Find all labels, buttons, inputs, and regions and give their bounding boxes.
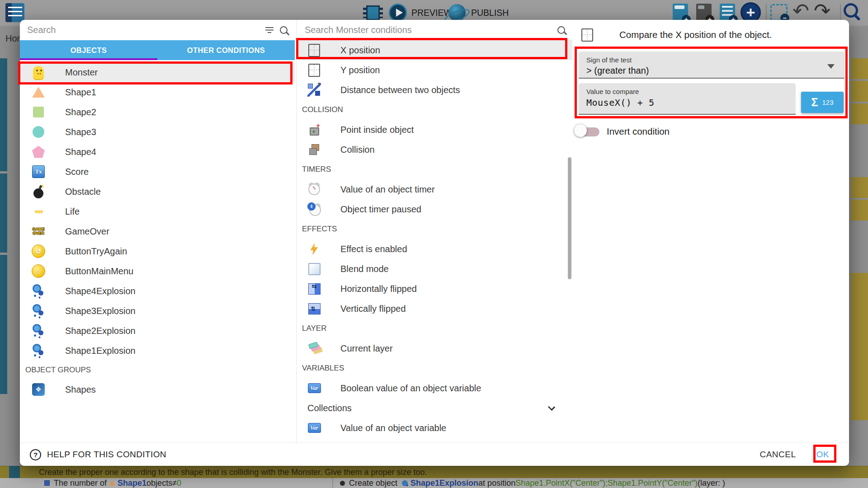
object-list-item[interactable]: Shape1 (20, 82, 295, 102)
help-button[interactable]: HELP FOR THIS CONDITION (30, 449, 166, 460)
object-icon (31, 144, 46, 160)
action-text: Create object (349, 479, 397, 488)
condition-list-item[interactable]: Y position (297, 60, 572, 80)
condition-list-item[interactable]: Value of an object timer (297, 179, 572, 199)
condition-icon (307, 63, 321, 77)
preview-play-icon[interactable] (389, 4, 407, 22)
condition-label: Distance between two objects (340, 85, 460, 95)
condition-list-item[interactable]: LAYER (297, 319, 572, 338)
search-events-icon[interactable] (844, 3, 858, 18)
condition-list-item[interactable]: TIMERS (297, 160, 572, 179)
condition-list-item[interactable]: Current layer (297, 338, 572, 358)
tab-objects[interactable]: OBJECTS (20, 40, 157, 60)
object-label: Shape1Explosion (65, 346, 136, 356)
event-row-edge (851, 273, 868, 420)
object-list-item[interactable]: ButtonMainMenu (20, 261, 295, 281)
condition-list-item[interactable]: Point inside object (297, 120, 572, 140)
sign-of-test-dropdown[interactable]: Sign of the test > (greater than) (579, 52, 844, 79)
filter-icon[interactable] (265, 27, 274, 33)
action-text: (layer: ) (698, 479, 725, 488)
condition-list-item[interactable]: COLLISION (297, 100, 572, 120)
object-list-item[interactable]: Shape3Explosion (20, 301, 295, 321)
delete-selection-icon[interactable] (770, 4, 788, 21)
cancel-button[interactable]: CANCEL (760, 450, 796, 460)
project-manager-icon[interactable] (5, 3, 24, 22)
object-icon (31, 283, 46, 299)
search-icon[interactable] (280, 26, 288, 34)
object-list-item[interactable]: Shape4Explosion (20, 281, 295, 301)
object-list-item[interactable]: Shape3 (20, 122, 295, 142)
condition-label: EFFECTS (302, 225, 337, 234)
object-list-item[interactable]: Obstacle (20, 182, 295, 202)
condition-list-item[interactable]: Boolean value of an object variable (297, 378, 572, 398)
toggle-knob[interactable] (574, 124, 587, 137)
add-comment-icon[interactable] (720, 4, 735, 22)
add-subevent-icon[interactable] (696, 4, 712, 22)
add-event-icon[interactable] (673, 4, 688, 22)
object-list-item[interactable]: Life (20, 202, 295, 221)
scrollbar[interactable] (568, 157, 571, 279)
expression-builder-button[interactable]: Σ 123 (801, 92, 844, 113)
toolbar-separator (766, 4, 767, 21)
condition-list-item[interactable]: Horizontally flipped (297, 279, 572, 299)
ok-button[interactable]: OK (816, 450, 829, 460)
conditions-list: X position Y position Distance between t… (297, 40, 572, 438)
objects-tabs: OBJECTS OTHER CONDITIONS (20, 40, 295, 60)
publish-globe-icon[interactable] (448, 4, 466, 21)
object-list-item[interactable]: Shape2 (20, 102, 295, 122)
object-list-item[interactable]: ButtonTryAgain (20, 241, 295, 261)
condition-list-item[interactable]: Collision (297, 140, 572, 160)
object-list-item[interactable]: Shape2Explosion (20, 321, 295, 341)
dropdown-arrow-icon (827, 64, 835, 69)
object-list-item[interactable]: Score (20, 162, 295, 182)
condition-label: Object timer paused (340, 204, 421, 215)
group-label: Shapes (65, 385, 96, 395)
condition-label: Blend mode (340, 264, 389, 274)
objects-search-input[interactable] (27, 25, 259, 35)
condition-list-item[interactable]: VARIABLES (297, 358, 572, 378)
condition-label: Point inside object (340, 125, 414, 135)
object-list-item[interactable]: Shape1Explosion (20, 341, 295, 361)
object-label: ButtonMainMenu (65, 266, 133, 277)
debug-icon[interactable] (366, 5, 380, 20)
object-label: Shape2 (65, 107, 96, 117)
event-row-edge (851, 81, 868, 102)
condition-list-item[interactable]: Vertically flipped (297, 299, 572, 319)
object-list-item[interactable]: GameOver (20, 221, 295, 241)
object-list-item[interactable]: Shape4 (20, 142, 295, 162)
sign-of-test-value: > (greater than) (586, 66, 844, 76)
condition-list-item[interactable]: EFFECTS (297, 219, 572, 239)
condition-list-item[interactable]: Object timer paused (297, 199, 572, 219)
sigma-icon: Σ (811, 96, 818, 109)
condition-label: LAYER (302, 324, 327, 333)
object-list-item[interactable]: Monster (20, 62, 295, 82)
parameters-title: Compare the X position of the object. (619, 29, 772, 40)
undo-icon[interactable]: ↶ (793, 0, 809, 22)
object-label: Obstacle (65, 187, 101, 197)
condition-list-item[interactable]: Distance between two objects (297, 80, 572, 100)
tab-other-conditions[interactable]: OTHER CONDITIONS (157, 40, 295, 60)
conditions-search-input[interactable] (305, 25, 551, 35)
object-icon (31, 224, 46, 239)
condition-label: Collections (307, 403, 352, 413)
condition-text: The number of (54, 479, 107, 488)
value-to-compare-field[interactable]: Value to compare MouseX() + 5 (579, 83, 796, 115)
condition-list-item[interactable]: Collections (297, 398, 572, 418)
action-bullet-icon (340, 481, 345, 486)
condition-label: COLLISION (302, 105, 343, 114)
event-row-edge (851, 58, 868, 79)
condition-label: Current layer (340, 343, 393, 354)
condition-label: Horizontally flipped (340, 284, 417, 294)
condition-icon (307, 282, 321, 296)
condition-list-item[interactable]: Value of an object variable (297, 418, 572, 438)
toolbar-separator (840, 4, 841, 21)
condition-list-item[interactable]: X position (297, 40, 572, 60)
condition-list-item[interactable]: Blend mode (297, 259, 572, 279)
object-group-item[interactable]: Shapes (20, 380, 295, 399)
object-icon (31, 124, 46, 140)
object-label: Shape1 (65, 87, 96, 98)
condition-list-item[interactable]: Effect is enabled (297, 239, 572, 259)
search-icon[interactable] (557, 26, 565, 34)
object-label: ButtonTryAgain (65, 246, 127, 257)
redo-icon[interactable]: ↷ (814, 0, 830, 22)
